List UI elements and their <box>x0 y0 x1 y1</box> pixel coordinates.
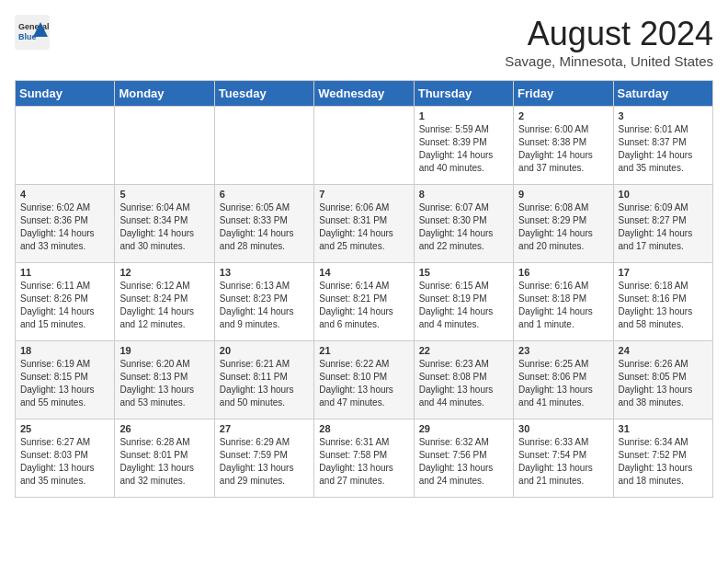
day-number: 1 <box>419 110 508 121</box>
day-info: Sunrise: 6:23 AMSunset: 8:08 PMDaylight:… <box>419 358 508 409</box>
day-number: 9 <box>518 189 608 200</box>
calendar-week-row: 25Sunrise: 6:27 AMSunset: 8:03 PMDayligh… <box>16 419 713 498</box>
day-number: 5 <box>119 189 209 200</box>
logo: General Blue <box>15 15 50 50</box>
day-info: Sunrise: 6:01 AMSunset: 8:37 PMDaylight:… <box>619 123 708 175</box>
calendar-day-cell <box>115 107 214 185</box>
calendar-day-cell: 14Sunrise: 6:14 AMSunset: 8:21 PMDayligh… <box>314 263 414 341</box>
day-info: Sunrise: 6:22 AMSunset: 8:10 PMDaylight:… <box>319 358 408 409</box>
title-section: August 2024 Savage, Minnesota, United St… <box>505 15 713 69</box>
calendar-day-cell: 3Sunrise: 6:01 AMSunset: 8:37 PMDaylight… <box>613 107 712 185</box>
day-info: Sunrise: 6:07 AMSunset: 8:30 PMDaylight:… <box>419 201 508 253</box>
logo-icon: General Blue <box>15 15 50 50</box>
day-info: Sunrise: 6:27 AMSunset: 8:03 PMDaylight:… <box>20 436 109 488</box>
day-info: Sunrise: 6:11 AMSunset: 8:26 PMDaylight:… <box>20 280 109 331</box>
calendar-day-cell: 17Sunrise: 6:18 AMSunset: 8:16 PMDayligh… <box>613 263 712 341</box>
day-info: Sunrise: 6:18 AMSunset: 8:16 PMDaylight:… <box>619 280 708 331</box>
calendar-day-cell: 29Sunrise: 6:32 AMSunset: 7:56 PMDayligh… <box>414 419 513 498</box>
day-number: 24 <box>619 345 708 356</box>
calendar-day-cell: 7Sunrise: 6:06 AMSunset: 8:31 PMDaylight… <box>314 185 414 263</box>
calendar-table: SundayMondayTuesdayWednesdayThursdayFrid… <box>15 80 713 498</box>
weekday-header-row: SundayMondayTuesdayWednesdayThursdayFrid… <box>16 81 713 107</box>
day-number: 17 <box>619 267 708 278</box>
calendar-day-cell: 23Sunrise: 6:25 AMSunset: 8:06 PMDayligh… <box>514 341 613 419</box>
day-info: Sunrise: 6:14 AMSunset: 8:21 PMDaylight:… <box>319 280 408 331</box>
day-info: Sunrise: 6:00 AMSunset: 8:38 PMDaylight:… <box>518 123 608 175</box>
page-header: General Blue August 2024 Savage, Minneso… <box>15 15 713 69</box>
calendar-day-cell: 4Sunrise: 6:02 AMSunset: 8:36 PMDaylight… <box>16 185 115 263</box>
svg-text:General: General <box>18 22 50 31</box>
day-info: Sunrise: 6:21 AMSunset: 8:11 PMDaylight:… <box>220 358 309 409</box>
calendar-day-cell: 12Sunrise: 6:12 AMSunset: 8:24 PMDayligh… <box>115 263 214 341</box>
day-number: 27 <box>220 423 309 434</box>
weekday-header-saturday: Saturday <box>613 81 712 107</box>
calendar-day-cell: 30Sunrise: 6:33 AMSunset: 7:54 PMDayligh… <box>514 419 613 498</box>
day-number: 10 <box>619 189 708 200</box>
day-number: 16 <box>518 267 608 278</box>
weekday-header-monday: Monday <box>115 81 214 107</box>
calendar-day-cell: 21Sunrise: 6:22 AMSunset: 8:10 PMDayligh… <box>314 341 414 419</box>
day-info: Sunrise: 6:05 AMSunset: 8:33 PMDaylight:… <box>220 201 309 253</box>
day-info: Sunrise: 5:59 AMSunset: 8:39 PMDaylight:… <box>419 123 508 175</box>
day-info: Sunrise: 6:02 AMSunset: 8:36 PMDaylight:… <box>20 201 109 253</box>
day-info: Sunrise: 6:28 AMSunset: 8:01 PMDaylight:… <box>119 436 209 488</box>
weekday-header-sunday: Sunday <box>16 81 115 107</box>
weekday-header-thursday: Thursday <box>414 81 513 107</box>
day-info: Sunrise: 6:29 AMSunset: 7:59 PMDaylight:… <box>220 436 309 488</box>
day-info: Sunrise: 6:34 AMSunset: 7:52 PMDaylight:… <box>619 436 708 488</box>
day-number: 20 <box>220 345 309 356</box>
calendar-day-cell: 8Sunrise: 6:07 AMSunset: 8:30 PMDaylight… <box>414 185 513 263</box>
calendar-day-cell: 31Sunrise: 6:34 AMSunset: 7:52 PMDayligh… <box>613 419 712 498</box>
calendar-day-cell: 24Sunrise: 6:26 AMSunset: 8:05 PMDayligh… <box>613 341 712 419</box>
calendar-day-cell: 18Sunrise: 6:19 AMSunset: 8:15 PMDayligh… <box>16 341 115 419</box>
day-number: 31 <box>619 423 708 434</box>
day-info: Sunrise: 6:09 AMSunset: 8:27 PMDaylight:… <box>619 201 708 253</box>
calendar-day-cell <box>16 107 115 185</box>
day-number: 12 <box>119 267 209 278</box>
weekday-header-friday: Friday <box>514 81 613 107</box>
day-number: 3 <box>619 110 708 121</box>
day-number: 30 <box>518 423 608 434</box>
day-number: 13 <box>220 267 309 278</box>
day-number: 18 <box>20 345 109 356</box>
day-number: 21 <box>319 345 408 356</box>
weekday-header-wednesday: Wednesday <box>314 81 414 107</box>
calendar-day-cell: 1Sunrise: 5:59 AMSunset: 8:39 PMDaylight… <box>414 107 513 185</box>
day-number: 22 <box>419 345 508 356</box>
location-title: Savage, Minnesota, United States <box>505 53 713 69</box>
day-number: 26 <box>119 423 209 434</box>
day-info: Sunrise: 6:15 AMSunset: 8:19 PMDaylight:… <box>419 280 508 331</box>
day-number: 19 <box>119 345 209 356</box>
day-info: Sunrise: 6:25 AMSunset: 8:06 PMDaylight:… <box>518 358 608 409</box>
calendar-day-cell: 2Sunrise: 6:00 AMSunset: 8:38 PMDaylight… <box>514 107 613 185</box>
day-number: 6 <box>220 189 309 200</box>
calendar-day-cell: 26Sunrise: 6:28 AMSunset: 8:01 PMDayligh… <box>115 419 214 498</box>
day-info: Sunrise: 6:13 AMSunset: 8:23 PMDaylight:… <box>220 280 309 331</box>
day-number: 14 <box>319 267 408 278</box>
calendar-day-cell: 25Sunrise: 6:27 AMSunset: 8:03 PMDayligh… <box>16 419 115 498</box>
calendar-day-cell: 15Sunrise: 6:15 AMSunset: 8:19 PMDayligh… <box>414 263 513 341</box>
calendar-day-cell: 11Sunrise: 6:11 AMSunset: 8:26 PMDayligh… <box>16 263 115 341</box>
calendar-week-row: 11Sunrise: 6:11 AMSunset: 8:26 PMDayligh… <box>16 263 713 341</box>
calendar-day-cell: 6Sunrise: 6:05 AMSunset: 8:33 PMDaylight… <box>214 185 313 263</box>
day-number: 8 <box>419 189 508 200</box>
day-info: Sunrise: 6:16 AMSunset: 8:18 PMDaylight:… <box>518 280 608 331</box>
calendar-week-row: 1Sunrise: 5:59 AMSunset: 8:39 PMDaylight… <box>16 107 713 185</box>
day-number: 23 <box>518 345 608 356</box>
day-number: 11 <box>20 267 109 278</box>
day-number: 15 <box>419 267 508 278</box>
calendar-week-row: 18Sunrise: 6:19 AMSunset: 8:15 PMDayligh… <box>16 341 713 419</box>
day-number: 4 <box>20 189 109 200</box>
day-info: Sunrise: 6:06 AMSunset: 8:31 PMDaylight:… <box>319 201 408 253</box>
month-title: August 2024 <box>505 15 713 53</box>
calendar-day-cell: 20Sunrise: 6:21 AMSunset: 8:11 PMDayligh… <box>214 341 313 419</box>
day-number: 2 <box>518 110 608 121</box>
calendar-week-row: 4Sunrise: 6:02 AMSunset: 8:36 PMDaylight… <box>16 185 713 263</box>
day-info: Sunrise: 6:32 AMSunset: 7:56 PMDaylight:… <box>419 436 508 488</box>
calendar-day-cell: 19Sunrise: 6:20 AMSunset: 8:13 PMDayligh… <box>115 341 214 419</box>
calendar-day-cell: 27Sunrise: 6:29 AMSunset: 7:59 PMDayligh… <box>214 419 313 498</box>
day-info: Sunrise: 6:20 AMSunset: 8:13 PMDaylight:… <box>119 358 209 409</box>
calendar-day-cell: 22Sunrise: 6:23 AMSunset: 8:08 PMDayligh… <box>414 341 513 419</box>
calendar-day-cell: 28Sunrise: 6:31 AMSunset: 7:58 PMDayligh… <box>314 419 414 498</box>
calendar-day-cell <box>314 107 414 185</box>
